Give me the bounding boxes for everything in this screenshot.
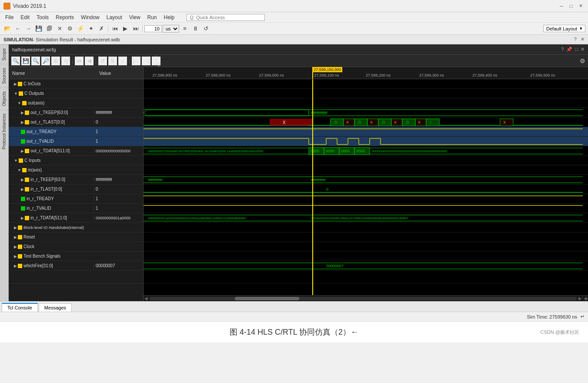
wf-refresh-btn[interactable]: ↺: [98, 57, 107, 65]
scroll-right-arrow[interactable]: ▶: [578, 296, 582, 301]
close-button[interactable]: ✕: [577, 2, 585, 10]
signal-row[interactable]: in_r_TREADY 1: [9, 194, 143, 204]
side-tab-sources[interactable]: Sources: [0, 64, 8, 87]
toolbar-synth-btn[interactable]: ✦: [86, 24, 96, 34]
signal-row[interactable]: ▶ whichFire[31:0] 00000007: [9, 261, 143, 271]
wf-up-btn[interactable]: ↑: [118, 57, 127, 65]
wf-search-btn[interactable]: 🔍: [11, 57, 20, 65]
wf-zoom-in-btn[interactable]: 🔍: [31, 57, 40, 65]
toolbar-rewind-btn[interactable]: ⏮: [110, 24, 120, 34]
tab-tcl-console[interactable]: Tcl Console: [2, 303, 38, 312]
toolbar-run-all-btn[interactable]: ≡: [180, 24, 190, 34]
signal-row[interactable]: ▼ C Outputs: [9, 89, 143, 98]
menu-tools[interactable]: Tools: [33, 13, 52, 21]
toolbar-restart-btn[interactable]: ↺: [201, 24, 210, 34]
wf-first-btn[interactable]: ⏮: [75, 57, 84, 65]
wf-swap-btn[interactable]: ⇅: [108, 57, 117, 65]
menu-layout[interactable]: Layout: [103, 13, 126, 21]
signal-row[interactable]: ▶ in_r_TLAST[0:0] 0: [9, 185, 143, 194]
expand-icon[interactable]: ▶: [21, 216, 24, 220]
menu-edit[interactable]: Edit: [17, 13, 33, 21]
wf-close-icon[interactable]: ✕: [581, 47, 585, 52]
expand-icon[interactable]: ▶: [14, 225, 17, 230]
toolbar-copy-btn[interactable]: 🗐: [44, 24, 54, 34]
wf-add-marker-btn[interactable]: +|: [61, 57, 70, 65]
signal-row[interactable]: ▶ Block-level IO Handshake(internal): [9, 223, 143, 232]
toolbar-delete-btn[interactable]: ✕: [55, 24, 64, 34]
signal-row[interactable]: ▶ Reset: [9, 232, 143, 242]
wf-fit-btn[interactable]: ⊞: [51, 57, 60, 65]
signal-row[interactable]: out_r_TREADY 1: [9, 127, 143, 137]
wf-cursor-btn[interactable]: |←: [132, 57, 140, 65]
wf-maximize-icon[interactable]: □: [575, 47, 578, 52]
wf-prev-btn[interactable]: ◀: [85, 57, 94, 65]
expand-icon[interactable]: ▶: [21, 111, 24, 115]
toolbar-play-btn[interactable]: ▶: [120, 24, 130, 34]
signal-row[interactable]: ▶ out_r_TDATA[511:0] 0000000000000000: [9, 146, 143, 156]
toolbar-save-btn[interactable]: 💾: [34, 24, 43, 34]
time-value-input[interactable]: [144, 25, 162, 32]
signal-row[interactable]: ▼ in(axis): [9, 165, 143, 175]
expand-icon[interactable]: ▼: [14, 91, 18, 96]
expand-icon[interactable]: ▼: [17, 168, 21, 172]
expand-icon[interactable]: ▶: [14, 82, 17, 86]
expand-icon[interactable]: ▼: [17, 101, 21, 105]
expand-icon[interactable]: ▶: [21, 149, 24, 153]
expand-icon[interactable]: ▶: [21, 187, 24, 192]
wf-snap-btn[interactable]: |↔|: [152, 57, 160, 65]
expand-icon[interactable]: ▶: [14, 245, 17, 249]
toolbar-impl-btn[interactable]: ✗: [97, 24, 106, 34]
toolbar-settings-btn[interactable]: ⚙: [65, 24, 75, 34]
side-tab-objects[interactable]: Objects: [0, 87, 8, 110]
maximize-button[interactable]: □: [567, 2, 575, 10]
signal-row[interactable]: ▶ C InOuts: [9, 79, 143, 89]
signal-row[interactable]: in_r_TVALID 1: [9, 204, 143, 213]
wf-pin-icon[interactable]: 📌: [566, 47, 572, 52]
quick-access-input[interactable]: [187, 14, 265, 21]
signal-row[interactable]: ▶ in_r_TKEEP[63:0] ffffffffffffffff: [9, 175, 143, 185]
expand-icon[interactable]: ▶: [14, 235, 17, 239]
expand-icon[interactable]: ▶: [21, 120, 24, 124]
menu-file[interactable]: File: [2, 13, 17, 21]
close-breadcrumb-icon[interactable]: ✕: [581, 37, 585, 42]
side-tab-scope[interactable]: Scope: [0, 44, 8, 64]
signal-row[interactable]: ▶ out_r_TKEEP[63:0] ffffffffffffffff: [9, 108, 143, 118]
expand-icon[interactable]: ▶: [14, 264, 17, 268]
signal-row[interactable]: out_r_TVALID 1: [9, 137, 143, 146]
signal-row[interactable]: ▼ C Inputs: [9, 156, 143, 165]
wf-help-icon[interactable]: ?: [561, 47, 564, 52]
minimize-button[interactable]: ─: [558, 2, 565, 10]
menu-view[interactable]: View: [126, 13, 144, 21]
menu-help[interactable]: Help: [160, 13, 178, 21]
toolbar-pause-btn[interactable]: ⏸: [190, 24, 200, 34]
toolbar-ff-btn[interactable]: ⏭: [131, 24, 140, 34]
menu-run[interactable]: Run: [144, 13, 160, 21]
expand-icon[interactable]: ▶: [14, 254, 17, 259]
scroll-left-arrow[interactable]: ◀: [144, 296, 148, 301]
signal-row[interactable]: ▶ out_r_TLAST[0:0] 0: [9, 118, 143, 127]
toolbar-compile-btn[interactable]: ⚡: [76, 24, 85, 34]
signal-row-clock[interactable]: ▶ Clock: [9, 242, 143, 252]
wf-zoom-out-btn[interactable]: 🔎: [41, 57, 50, 65]
expand-icon[interactable]: ▼: [14, 158, 18, 163]
time-unit-select[interactable]: us ns ps: [163, 25, 179, 33]
waveform-scrollbar[interactable]: ◀ ▶ ◀: [144, 295, 588, 301]
toolbar-forward-btn[interactable]: →: [23, 24, 33, 34]
scroll-collapse-arrow[interactable]: ◀: [584, 296, 587, 301]
wf-gear-icon[interactable]: ⚙: [580, 57, 585, 64]
menu-reports[interactable]: Reports: [52, 13, 77, 21]
help-icon[interactable]: ?: [574, 37, 577, 42]
side-tab-protocol-instances[interactable]: Protocol Instances: [0, 110, 8, 153]
tab-messages[interactable]: Messages: [39, 303, 72, 312]
signal-row[interactable]: ▶ in_r_TDATA[511:0] 00000000001a0000: [9, 213, 143, 223]
toolbar-back-btn[interactable]: ←: [13, 24, 23, 34]
expand-icon[interactable]: ▶: [21, 178, 24, 182]
signal-row[interactable]: ▼ out(axis): [9, 98, 143, 108]
wf-save-btn[interactable]: 💾: [21, 57, 30, 65]
scrollbar-thumb[interactable]: [235, 297, 299, 300]
menu-window[interactable]: Window: [77, 13, 103, 21]
layout-dropdown[interactable]: Default Layout ▾: [543, 25, 585, 32]
wf-marker-btn[interactable]: →|: [142, 57, 150, 65]
signal-row[interactable]: ▶ Test Bench Signals: [9, 252, 143, 261]
toolbar-open-btn[interactable]: 📂: [3, 24, 12, 34]
